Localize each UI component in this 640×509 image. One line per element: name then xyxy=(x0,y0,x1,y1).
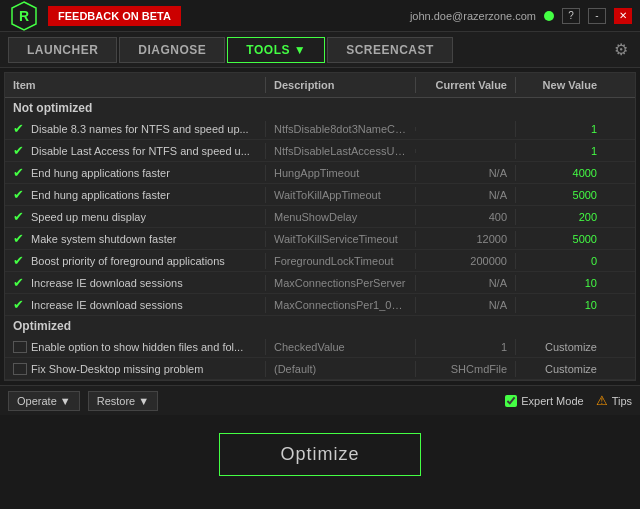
operate-button[interactable]: Operate ▼ xyxy=(8,391,80,411)
razer-logo: R xyxy=(8,0,40,32)
help-button[interactable]: ? xyxy=(562,8,580,24)
row-current: 400 xyxy=(415,209,515,225)
row-new: 1 xyxy=(515,143,605,159)
table-header: Item Description Current Value New Value xyxy=(5,73,635,98)
check-icon: ✔ xyxy=(13,121,27,136)
table-row[interactable]: ✔End hung applications faster WaitToKill… xyxy=(5,184,635,206)
row-item: ✔Increase IE download sessions xyxy=(5,273,265,292)
row-new: Customize xyxy=(515,361,605,377)
check-icon: ✔ xyxy=(13,275,27,290)
row-item: ✔Boost priority of foreground applicatio… xyxy=(5,251,265,270)
row-current: 1 xyxy=(415,339,515,355)
row-item: ✔Disable 8.3 names for NTFS and speed up… xyxy=(5,119,265,138)
check-icon: ✔ xyxy=(13,187,27,202)
minimize-button[interactable]: - xyxy=(588,8,606,24)
table-row[interactable]: ✔Make system shutdown faster WaitToKillS… xyxy=(5,228,635,250)
tab-screencast[interactable]: SCREENCAST xyxy=(327,37,453,63)
table-row[interactable]: ✔End hung applications faster HungAppTim… xyxy=(5,162,635,184)
row-current: 200000 xyxy=(415,253,515,269)
main-content: Item Description Current Value New Value… xyxy=(4,72,636,381)
row-new: 5000 xyxy=(515,187,605,203)
online-indicator xyxy=(544,11,554,21)
title-bar-left: R FEEDBACK ON BETA xyxy=(8,0,181,32)
row-item: Enable option to show hidden files and f… xyxy=(5,339,265,355)
tips-label: Tips xyxy=(612,395,632,407)
check-icon: ✔ xyxy=(13,209,27,224)
expert-mode-checkbox[interactable] xyxy=(505,395,517,407)
user-email: john.doe@razerzone.com xyxy=(410,10,536,22)
svg-text:R: R xyxy=(19,8,29,24)
table-row[interactable]: ✔Speed up menu display MenuShowDelay 400… xyxy=(5,206,635,228)
row-item: Fix Show-Desktop missing problem xyxy=(5,361,265,377)
row-new: 0 xyxy=(515,253,605,269)
section-optimized: Optimized xyxy=(5,316,635,336)
row-item: ✔End hung applications faster xyxy=(5,163,265,182)
row-desc: ForegroundLockTimeout xyxy=(265,253,415,269)
col-item-header: Item xyxy=(5,77,265,93)
table-row[interactable]: Enable option to show hidden files and f… xyxy=(5,336,635,358)
row-item: ✔End hung applications faster xyxy=(5,185,265,204)
check-icon: ✔ xyxy=(13,253,27,268)
row-desc: MenuShowDelay xyxy=(265,209,415,225)
row-item: ✔Increase IE download sessions xyxy=(5,295,265,314)
row-current: 12000 xyxy=(415,231,515,247)
tips-button[interactable]: ⚠ Tips xyxy=(596,393,632,408)
row-desc: WaitToKillAppTimeout xyxy=(265,187,415,203)
row-current: N/A xyxy=(415,187,515,203)
check-icon: ✔ xyxy=(13,165,27,180)
title-bar: R FEEDBACK ON BETA john.doe@razerzone.co… xyxy=(0,0,640,32)
tab-tools[interactable]: TOOLS ▼ xyxy=(227,37,325,63)
tab-diagnose[interactable]: DIAGNOSE xyxy=(119,37,225,63)
section-not-optimized: Not optimized xyxy=(5,98,635,118)
row-item: ✔Disable Last Access for NTFS and speed … xyxy=(5,141,265,160)
row-desc: NtfsDisable8dot3NameCre... xyxy=(265,121,415,137)
row-new: 1 xyxy=(515,121,605,137)
col-desc-header: Description xyxy=(265,77,415,93)
bottom-right: Expert Mode ⚠ Tips xyxy=(505,393,632,408)
row-new: 200 xyxy=(515,209,605,225)
optimize-button[interactable]: Optimize xyxy=(219,433,420,476)
optimize-area: Optimize xyxy=(0,415,640,494)
col-current-header: Current Value xyxy=(415,77,515,93)
table-row[interactable]: ✔Increase IE download sessions MaxConnec… xyxy=(5,294,635,316)
row-desc: (Default) xyxy=(265,361,415,377)
bottom-bar: Operate ▼ Restore ▼ Expert Mode ⚠ Tips xyxy=(0,385,640,415)
check-icon: ✔ xyxy=(13,143,27,158)
checkbox-unchecked[interactable] xyxy=(13,363,27,375)
table-row[interactable]: ✔Disable 8.3 names for NTFS and speed up… xyxy=(5,118,635,140)
row-desc: MaxConnectionsPer1_0Se... xyxy=(265,297,415,313)
expert-mode-label: Expert Mode xyxy=(521,395,583,407)
row-current: N/A xyxy=(415,275,515,291)
check-icon: ✔ xyxy=(13,297,27,312)
row-desc: HungAppTimeout xyxy=(265,165,415,181)
row-current: N/A xyxy=(415,297,515,313)
feedback-button[interactable]: FEEDBACK ON BETA xyxy=(48,6,181,26)
close-button[interactable]: ✕ xyxy=(614,8,632,24)
row-new: Customize xyxy=(515,339,605,355)
title-bar-right: john.doe@razerzone.com ? - ✕ xyxy=(410,8,632,24)
row-current: SHCmdFile xyxy=(415,361,515,377)
tips-icon: ⚠ xyxy=(596,393,608,408)
check-icon: ✔ xyxy=(13,231,27,246)
row-desc: WaitToKillServiceTimeout xyxy=(265,231,415,247)
row-current: N/A xyxy=(415,165,515,181)
tab-bar: LAUNCHER DIAGNOSE TOOLS ▼ SCREENCAST ⚙ xyxy=(0,32,640,68)
checkbox-unchecked[interactable] xyxy=(13,341,27,353)
settings-icon[interactable]: ⚙ xyxy=(610,36,632,63)
table-row[interactable]: Fix Show-Desktop missing problem (Defaul… xyxy=(5,358,635,380)
tab-launcher[interactable]: LAUNCHER xyxy=(8,37,117,63)
row-new: 10 xyxy=(515,297,605,313)
row-new: 10 xyxy=(515,275,605,291)
row-item: ✔Speed up menu display xyxy=(5,207,265,226)
table-row[interactable]: ✔Boost priority of foreground applicatio… xyxy=(5,250,635,272)
table-row[interactable]: ✔Increase IE download sessions MaxConnec… xyxy=(5,272,635,294)
row-desc: MaxConnectionsPerServer xyxy=(265,275,415,291)
restore-button[interactable]: Restore ▼ xyxy=(88,391,158,411)
row-new: 4000 xyxy=(515,165,605,181)
row-current xyxy=(415,127,515,131)
col-new-header: New Value xyxy=(515,77,605,93)
table-row[interactable]: ✔Disable Last Access for NTFS and speed … xyxy=(5,140,635,162)
row-item: ✔Make system shutdown faster xyxy=(5,229,265,248)
row-desc: CheckedValue xyxy=(265,339,415,355)
row-new: 5000 xyxy=(515,231,605,247)
